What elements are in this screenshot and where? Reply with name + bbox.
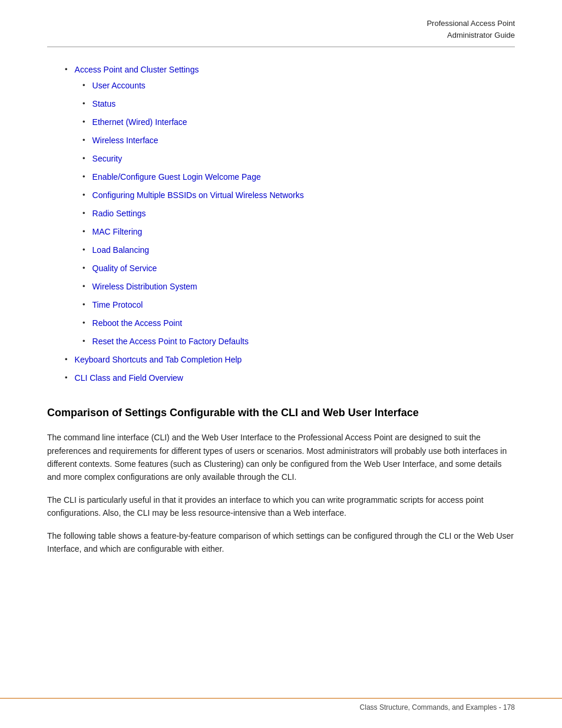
- link-wireless-distribution[interactable]: Wireless Distribution System: [92, 281, 197, 293]
- list-item: Access Point and Cluster Settings: [65, 64, 515, 76]
- link-security[interactable]: Security: [92, 153, 123, 165]
- link-user-accounts[interactable]: User Accounts: [92, 80, 146, 92]
- link-multiple-bssids[interactable]: Configuring Multiple BSSIDs on Virtual W…: [92, 189, 304, 202]
- list-item: Time Protocol: [82, 299, 515, 311]
- header-title: Professional Access Point Administrator …: [47, 18, 515, 41]
- link-mac-filtering[interactable]: MAC Filtering: [92, 226, 143, 238]
- list-item: User Accounts: [82, 80, 515, 92]
- body-paragraph-2: The CLI is particularly useful in that i…: [47, 493, 515, 520]
- list-item: Quality of Service: [82, 262, 515, 275]
- link-load-balancing[interactable]: Load Balancing: [92, 244, 150, 256]
- list-item: Enable/Configure Guest Login Welcome Pag…: [82, 171, 515, 183]
- top-level-list-2: Keyboard Shortcuts and Tab Completion He…: [65, 354, 515, 384]
- link-wireless-interface[interactable]: Wireless Interface: [92, 134, 158, 147]
- top-level-list: Access Point and Cluster Settings: [65, 64, 515, 76]
- link-reboot-access-point[interactable]: Reboot the Access Point: [92, 317, 183, 330]
- list-item: Wireless Interface: [82, 134, 515, 147]
- page: Professional Access Point Administrator …: [0, 0, 562, 728]
- comparison-section: Comparison of Settings Configurable with…: [47, 406, 515, 555]
- link-radio-settings[interactable]: Radio Settings: [92, 207, 146, 220]
- footer-text: Class Structure, Commands, and Examples …: [360, 703, 515, 711]
- section-title: Comparison of Settings Configurable with…: [47, 406, 515, 420]
- list-item: Security: [82, 153, 515, 165]
- link-guest-login[interactable]: Enable/Configure Guest Login Welcome Pag…: [92, 171, 261, 183]
- list-item: CLI Class and Field Overview: [65, 372, 515, 384]
- link-status[interactable]: Status: [92, 98, 116, 110]
- link-quality-of-service[interactable]: Quality of Service: [92, 262, 157, 275]
- list-item: Reboot the Access Point: [82, 317, 515, 330]
- sub-list-access-point: User Accounts Status Ethernet (Wired) In…: [82, 80, 515, 348]
- body-paragraph-1: The command line interface (CLI) and the…: [47, 431, 515, 484]
- list-item: Ethernet (Wired) Interface: [82, 116, 515, 129]
- link-keyboard-shortcuts[interactable]: Keyboard Shortcuts and Tab Completion He…: [75, 354, 242, 366]
- page-footer: Class Structure, Commands, and Examples …: [0, 698, 562, 711]
- list-item: MAC Filtering: [82, 226, 515, 238]
- list-item: Load Balancing: [82, 244, 515, 256]
- list-item: Reset the Access Point to Factory Defaul…: [82, 335, 515, 348]
- page-header: Professional Access Point Administrator …: [47, 18, 515, 47]
- list-item: Wireless Distribution System: [82, 281, 515, 293]
- list-item: Configuring Multiple BSSIDs on Virtual W…: [82, 189, 515, 202]
- link-reset-factory-defaults[interactable]: Reset the Access Point to Factory Defaul…: [92, 335, 249, 348]
- list-item: Keyboard Shortcuts and Tab Completion He…: [65, 354, 515, 366]
- list-item: Radio Settings: [82, 207, 515, 220]
- link-cli-class-overview[interactable]: CLI Class and Field Overview: [75, 372, 183, 384]
- list-item: Status: [82, 98, 515, 110]
- body-paragraph-3: The following table shows a feature-by-f…: [47, 529, 515, 556]
- link-ethernet-interface[interactable]: Ethernet (Wired) Interface: [92, 116, 187, 129]
- link-access-point-cluster-settings[interactable]: Access Point and Cluster Settings: [75, 64, 199, 76]
- link-time-protocol[interactable]: Time Protocol: [92, 299, 143, 311]
